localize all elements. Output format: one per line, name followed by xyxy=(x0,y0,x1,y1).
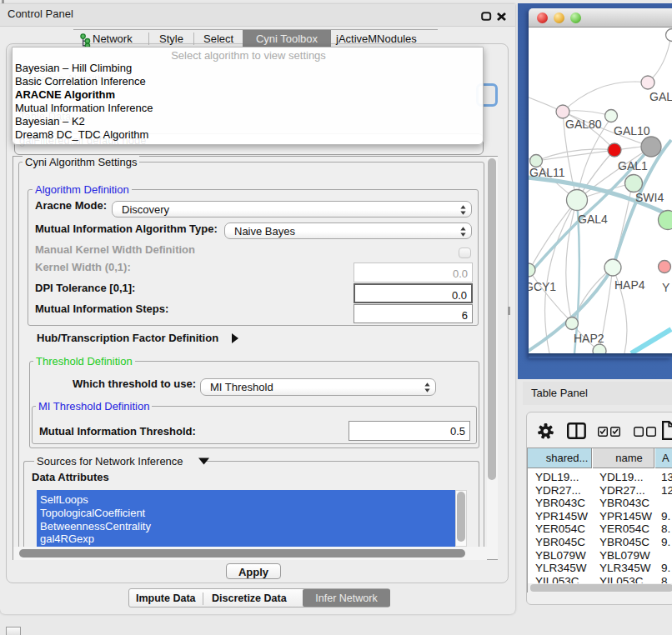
svg-text:SWI4: SWI4 xyxy=(635,191,664,204)
svg-text:GAL4: GAL4 xyxy=(578,212,608,226)
svg-text:GAL10: GAL10 xyxy=(614,124,650,138)
svg-text:HAP4: HAP4 xyxy=(614,278,645,292)
svg-text:Y: Y xyxy=(662,281,670,294)
svg-text:GAL7: GAL7 xyxy=(649,90,672,103)
svg-text:GCY1: GCY1 xyxy=(529,280,556,293)
svg-text:GAL80: GAL80 xyxy=(565,118,602,131)
svg-text:HAP2: HAP2 xyxy=(574,332,604,345)
svg-text:GAL11: GAL11 xyxy=(529,166,565,179)
svg-text:GAL1: GAL1 xyxy=(618,159,648,172)
